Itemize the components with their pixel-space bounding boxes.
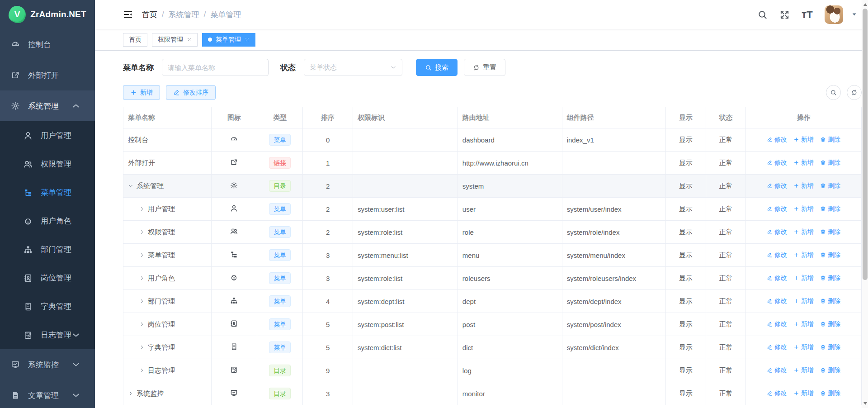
row-edit-button[interactable]: 修改 xyxy=(767,297,787,305)
status-select[interactable]: 菜单状态 xyxy=(304,59,402,76)
row-edit-button[interactable]: 修改 xyxy=(767,366,787,375)
sidebar-item-log[interactable]: 日志管理 xyxy=(0,321,95,349)
row-add-button[interactable]: 新增 xyxy=(793,274,814,282)
row-expand-icon[interactable] xyxy=(139,368,145,373)
table-search-toggle-button[interactable] xyxy=(826,85,841,100)
cell-visible: 显示 xyxy=(665,290,706,313)
table-refresh-button[interactable] xyxy=(847,85,862,100)
row-delete-button[interactable]: 删除 xyxy=(820,366,840,375)
sidebar-item-menu[interactable]: 菜单管理 xyxy=(0,178,95,207)
table-toolbar: 新增 修改排序 xyxy=(123,85,862,100)
row-edit-button[interactable]: 修改 xyxy=(767,205,787,213)
sidebar-item-monitor[interactable]: 系统监控 xyxy=(0,349,95,380)
tab-close-icon[interactable] xyxy=(245,37,250,42)
row-edit-button[interactable]: 修改 xyxy=(767,182,787,190)
sidebar-item-dept[interactable]: 部门管理 xyxy=(0,235,95,264)
sort-button[interactable]: 修改排序 xyxy=(166,85,216,100)
hamburger-icon xyxy=(123,9,133,19)
sidebar-item-user[interactable]: 用户管理 xyxy=(0,121,95,150)
row-edit-button[interactable]: 修改 xyxy=(767,251,787,259)
sidebar-item-dict[interactable]: 字典管理 xyxy=(0,292,95,321)
tab-菜单管理[interactable]: 菜单管理 xyxy=(202,33,255,47)
row-add-button[interactable]: 新增 xyxy=(793,205,814,213)
row-add-button[interactable]: 新增 xyxy=(793,389,814,398)
user-menu-caret[interactable] xyxy=(851,11,857,17)
add-button[interactable]: 新增 xyxy=(123,85,160,100)
page-scrollbar[interactable] xyxy=(862,0,868,408)
row-expand-icon[interactable] xyxy=(139,299,145,304)
row-delete-button[interactable]: 删除 xyxy=(820,251,840,259)
sidebar-item-roleusers[interactable]: 用户角色 xyxy=(0,207,95,235)
scrollbar-down-arrow[interactable] xyxy=(862,400,868,407)
sidebar-item-article[interactable]: 文章管理 xyxy=(0,380,95,408)
row-add-button[interactable]: 新增 xyxy=(793,297,814,305)
row-delete-button[interactable]: 删除 xyxy=(820,343,840,351)
tab-close-icon[interactable] xyxy=(187,37,192,42)
sidebar-item-external[interactable]: 外部打开 xyxy=(0,60,95,90)
sidebar-item-role[interactable]: 权限管理 xyxy=(0,150,95,178)
row-add-button[interactable]: 新增 xyxy=(793,228,814,236)
tab-首页[interactable]: 首页 xyxy=(123,33,147,47)
row-add-button[interactable]: 新增 xyxy=(793,366,814,375)
sidebar-collapse-button[interactable] xyxy=(123,9,133,19)
row-add-button[interactable]: 新增 xyxy=(793,251,814,259)
sidebar-item-system[interactable]: 系统管理 xyxy=(0,90,95,121)
row-delete-button[interactable]: 删除 xyxy=(820,136,840,144)
cell-status: 正常 xyxy=(706,359,746,382)
tab-权限管理[interactable]: 权限管理 xyxy=(152,33,198,47)
user-icon xyxy=(230,204,238,212)
row-delete-button[interactable]: 删除 xyxy=(820,228,840,236)
row-expand-icon[interactable] xyxy=(139,206,145,212)
row-edit-button[interactable]: 修改 xyxy=(767,320,787,328)
row-edit-button[interactable]: 修改 xyxy=(767,389,787,398)
row-delete-button[interactable]: 删除 xyxy=(820,274,840,282)
row-edit-button[interactable]: 修改 xyxy=(767,274,787,282)
row-delete-button[interactable]: 删除 xyxy=(820,297,840,305)
search-button[interactable]: 搜索 xyxy=(416,59,458,76)
reset-button[interactable]: 重置 xyxy=(464,59,505,76)
cell-icon xyxy=(211,152,257,175)
cell-visible: 显示 xyxy=(665,244,706,267)
row-expand-icon[interactable] xyxy=(139,322,145,327)
header-search-button[interactable] xyxy=(757,9,768,20)
row-collapse-icon[interactable] xyxy=(128,183,133,189)
row-delete-button[interactable]: 删除 xyxy=(820,159,840,167)
row-delete-button[interactable]: 删除 xyxy=(820,320,840,328)
row-add-button[interactable]: 新增 xyxy=(793,343,814,351)
trash-icon xyxy=(820,367,826,373)
row-edit-button[interactable]: 修改 xyxy=(767,136,787,144)
fullscreen-button[interactable] xyxy=(779,9,790,20)
cell-status: 正常 xyxy=(706,267,746,290)
scrollbar-up-arrow[interactable] xyxy=(862,1,868,8)
row-edit-button[interactable]: 修改 xyxy=(767,343,787,351)
row-delete-button[interactable]: 删除 xyxy=(820,205,840,213)
logo[interactable]: V ZrAdmin.NET xyxy=(0,0,95,29)
row-edit-button[interactable]: 修改 xyxy=(767,159,787,167)
row-delete-button[interactable]: 删除 xyxy=(820,182,840,190)
row-expand-icon[interactable] xyxy=(139,345,145,350)
row-expand-icon[interactable] xyxy=(139,229,145,235)
row-add-button[interactable]: 新增 xyxy=(793,159,814,167)
trash-icon xyxy=(820,229,826,235)
sidebar-item-post[interactable]: 岗位管理 xyxy=(0,264,95,292)
row-add-button[interactable]: 新增 xyxy=(793,136,814,144)
row-delete-button[interactable]: 删除 xyxy=(820,389,840,398)
row-edit-label: 修改 xyxy=(774,251,787,259)
table-row-post: 岗位管理菜单5system:post:listpostsystem/post/i… xyxy=(123,313,862,336)
row-add-label: 新增 xyxy=(801,228,814,236)
row-add-button[interactable]: 新增 xyxy=(793,182,814,190)
gear-icon xyxy=(11,101,20,110)
row-edit-button[interactable]: 修改 xyxy=(767,228,787,236)
row-add-button[interactable]: 新增 xyxy=(793,320,814,328)
avatar[interactable] xyxy=(825,5,843,24)
row-expand-icon[interactable] xyxy=(139,252,145,258)
menu-name-input[interactable] xyxy=(162,59,269,76)
row-expand-icon[interactable] xyxy=(139,275,145,281)
top-navbar: 首页/系统管理/菜单管理 тT xyxy=(95,0,868,29)
row-expand-icon[interactable] xyxy=(128,391,133,396)
sidebar-nav: 控制台外部打开系统管理用户管理权限管理菜单管理用户角色部门管理岗位管理字典管理日… xyxy=(0,29,95,408)
breadcrumb-item[interactable]: 首页 xyxy=(142,9,157,20)
sidebar-item-dashboard[interactable]: 控制台 xyxy=(0,29,95,60)
font-size-button[interactable]: тT xyxy=(802,9,813,21)
scrollbar-thumb[interactable] xyxy=(863,9,868,280)
